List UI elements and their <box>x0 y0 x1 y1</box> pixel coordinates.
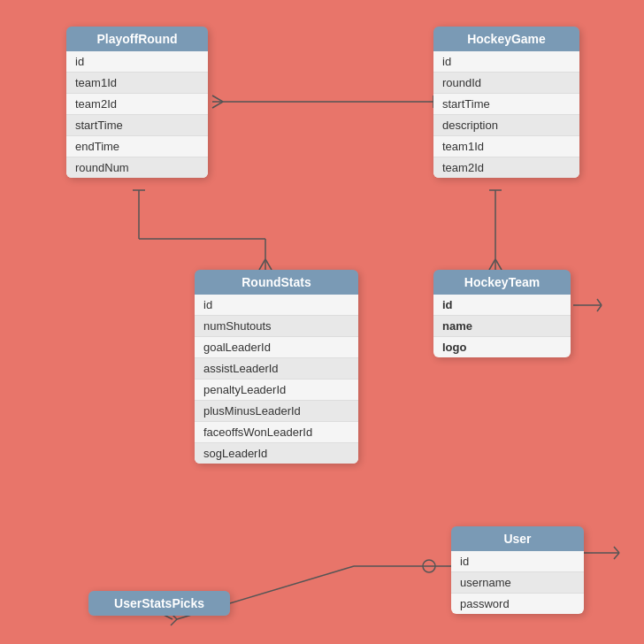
svg-line-18 <box>597 305 602 311</box>
entity-playoff-round: PlayoffRound id team1Id team2Id startTim… <box>66 27 208 178</box>
table-row: goalLeaderId <box>195 337 358 358</box>
user-stats-picks-header: UserStatsPicks <box>88 591 230 616</box>
table-row: roundNum <box>66 157 208 178</box>
entity-hockey-team: HockeyTeam id name logo <box>433 270 571 357</box>
table-row: username <box>451 572 584 594</box>
table-row: id <box>433 295 571 316</box>
table-row: team1Id <box>433 136 579 157</box>
table-row: id <box>66 51 208 73</box>
svg-line-27 <box>614 553 619 559</box>
table-row: team2Id <box>433 157 579 178</box>
table-row: name <box>433 316 571 337</box>
table-row: assistLeaderId <box>195 358 358 380</box>
svg-line-23 <box>171 619 177 625</box>
hockey-game-header: HockeyGame <box>433 27 579 51</box>
hockey-game-body: id roundId startTime description team1Id… <box>433 51 579 178</box>
svg-line-14 <box>495 259 502 270</box>
table-row: roundId <box>433 73 579 94</box>
user-header: User <box>451 526 584 551</box>
user-body: id username password <box>451 551 584 614</box>
hockey-team-header: HockeyTeam <box>433 270 571 295</box>
table-row: id <box>195 295 358 316</box>
svg-point-21 <box>423 560 435 572</box>
table-row: id <box>433 51 579 73</box>
entity-user-stats-picks: UserStatsPicks <box>88 591 230 616</box>
entity-user: User id username password <box>451 526 584 614</box>
svg-line-2 <box>212 102 223 108</box>
diagram-container: PlayoffRound id team1Id team2Id startTim… <box>0 0 644 644</box>
entity-round-stats: RoundStats id numShutouts goalLeaderId a… <box>195 270 358 464</box>
table-row: penaltyLeaderId <box>195 380 358 401</box>
table-row: id <box>451 551 584 572</box>
svg-line-17 <box>597 299 602 305</box>
round-stats-body: id numShutouts goalLeaderId assistLeader… <box>195 295 358 464</box>
svg-line-9 <box>265 259 272 270</box>
table-row: plusMinusLeaderId <box>195 401 358 422</box>
table-row: team2Id <box>66 94 208 115</box>
entity-hockey-game: HockeyGame id roundId startTime descript… <box>433 27 579 178</box>
table-row: sogLeaderId <box>195 443 358 464</box>
svg-line-26 <box>614 547 619 553</box>
hockey-team-body: id name logo <box>433 295 571 357</box>
table-row: description <box>433 115 579 136</box>
table-row: team1Id <box>66 73 208 94</box>
table-row: startTime <box>66 115 208 136</box>
playoff-round-header: PlayoffRound <box>66 27 208 51</box>
table-row: faceoffsWonLeaderId <box>195 422 358 443</box>
playoff-round-body: id team1Id team2Id startTime endTime rou… <box>66 51 208 178</box>
svg-line-8 <box>259 259 265 270</box>
round-stats-header: RoundStats <box>195 270 358 295</box>
table-row: logo <box>433 337 571 357</box>
table-row: password <box>451 594 584 614</box>
svg-line-1 <box>212 96 223 102</box>
svg-line-13 <box>489 259 495 270</box>
table-row: startTime <box>433 94 579 115</box>
table-row: numShutouts <box>195 316 358 337</box>
table-row: endTime <box>66 136 208 157</box>
